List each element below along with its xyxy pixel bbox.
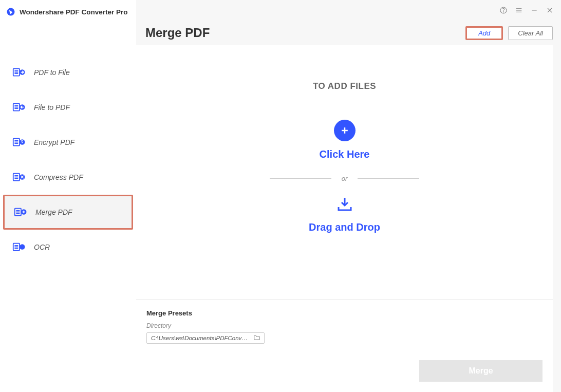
to-add-files-label: TO ADD FILES xyxy=(313,81,376,91)
window-controls xyxy=(136,0,561,16)
svg-rect-16 xyxy=(22,142,24,144)
presets-title: Merge Presets xyxy=(146,309,543,317)
sidebar-item-label: Merge PDF xyxy=(35,208,72,216)
add-files-plus-icon[interactable] xyxy=(334,120,356,141)
minimize-icon[interactable] xyxy=(530,6,538,14)
sidebar-item-encrypt-pdf[interactable]: Encrypt PDF xyxy=(0,125,136,160)
ocr-icon: A xyxy=(12,241,27,253)
content-area: TO ADD FILES Click Here or Drag and Drop… xyxy=(136,45,553,392)
menu-icon[interactable] xyxy=(515,6,523,14)
click-here-link[interactable]: Click Here xyxy=(320,148,370,160)
page-title: Merge PDF xyxy=(145,26,210,40)
download-tray-icon xyxy=(335,197,354,214)
or-label: or xyxy=(342,175,348,182)
merge-presets-panel: Merge Presets Directory C:\Users\ws\Docu… xyxy=(136,300,553,351)
app-title-bar: Wondershare PDF Converter Pro xyxy=(0,0,136,22)
app-title: Wondershare PDF Converter Pro xyxy=(20,8,128,16)
sidebar-item-file-to-pdf[interactable]: File to PDF xyxy=(0,90,136,125)
sidebar-item-label: PDF to File xyxy=(34,68,70,77)
drop-zone[interactable]: TO ADD FILES Click Here or Drag and Drop xyxy=(136,45,553,300)
merge-button[interactable]: Merge xyxy=(419,360,543,382)
sidebar-item-compress-pdf[interactable]: Compress PDF xyxy=(0,160,136,195)
add-button[interactable]: Add xyxy=(465,26,503,40)
merge-action-row: Merge xyxy=(136,351,553,392)
browse-folder-icon[interactable] xyxy=(253,333,260,343)
sidebar-item-label: Compress PDF xyxy=(34,173,83,181)
svg-text:A: A xyxy=(21,245,24,249)
sidebar-item-label: OCR xyxy=(34,243,50,251)
sidebar: Wondershare PDF Converter Pro PDF to Fil… xyxy=(0,0,136,392)
directory-input[interactable]: C:\Users\ws\Documents\PDFConverterP xyxy=(146,332,265,344)
sidebar-nav: PDF to File File to PDF Encrypt PDF Comp… xyxy=(0,22,136,265)
separator-line-right xyxy=(358,178,419,179)
separator-line-left xyxy=(270,178,331,179)
svg-point-36 xyxy=(503,12,503,12)
header-actions: Add Clear All xyxy=(465,26,553,40)
or-separator: or xyxy=(270,175,420,182)
merge-pdf-icon xyxy=(14,207,28,218)
app-logo-icon xyxy=(6,7,15,16)
pdf-to-file-icon xyxy=(12,67,27,78)
sidebar-item-label: Encrypt PDF xyxy=(34,138,74,146)
clear-all-button[interactable]: Clear All xyxy=(508,26,553,40)
sidebar-item-merge-pdf[interactable]: Merge PDF xyxy=(3,195,133,230)
directory-row: C:\Users\ws\Documents\PDFConverterP xyxy=(146,332,543,344)
close-icon[interactable] xyxy=(546,6,554,14)
sidebar-item-label: File to PDF xyxy=(34,103,70,111)
main-panel: Merge PDF Add Clear All TO ADD FILES Cli… xyxy=(136,0,561,392)
page-header: Merge PDF Add Clear All xyxy=(136,16,561,45)
sidebar-item-pdf-to-file[interactable]: PDF to File xyxy=(0,55,136,90)
directory-label: Directory xyxy=(146,322,543,329)
encrypt-pdf-icon xyxy=(12,137,27,148)
help-icon[interactable] xyxy=(499,6,508,14)
file-to-pdf-icon xyxy=(12,102,27,113)
compress-pdf-icon xyxy=(12,172,27,183)
drag-and-drop-label: Drag and Drop xyxy=(309,221,380,233)
sidebar-item-ocr[interactable]: A OCR xyxy=(0,230,136,265)
